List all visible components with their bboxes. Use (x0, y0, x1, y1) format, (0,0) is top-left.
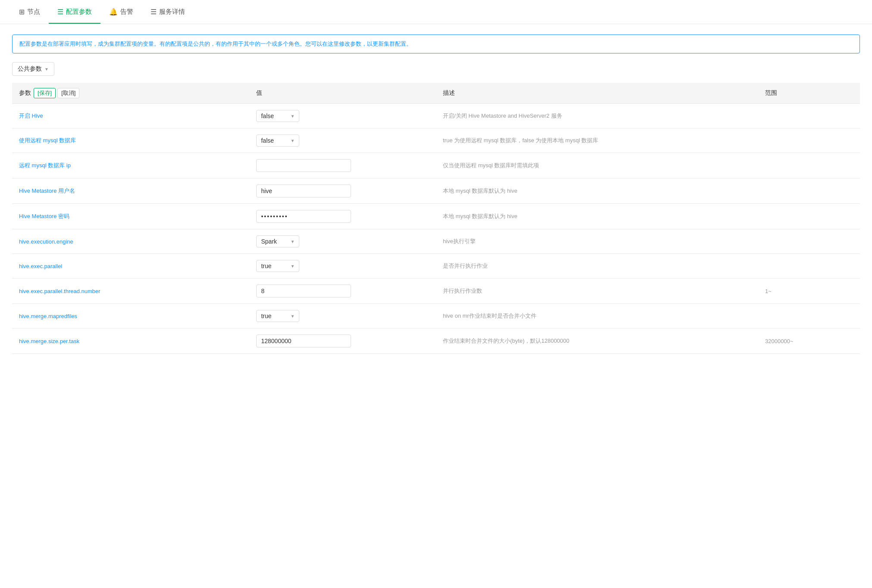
select-value: false (261, 113, 274, 119)
description-text: 是否并行执行作业 (443, 263, 488, 269)
range-text: 1~ (765, 288, 772, 294)
list-icon: ☰ (57, 8, 63, 16)
table-row: 远程 mysql 数据库 ip仅当使用远程 mysql 数据库时需填此项 (12, 153, 860, 178)
dropdown-label: 公共参数 (18, 65, 42, 73)
nav-alerts-label: 告警 (120, 8, 133, 16)
description-text: hive on mr作业结束时是否合并小文件 (443, 313, 536, 319)
table-row: Hive Metastore 密码本地 mysql 数据库默认为 hive (12, 204, 860, 229)
param-name: Hive Metastore 用户名 (19, 188, 75, 194)
info-box: 配置参数是在部署应用时填写，成为集群配置项的变量。有的配置项是公共的，有的作用于… (12, 34, 860, 53)
description-text: 并行执行作业数 (443, 288, 482, 294)
param-name: 使用远程 mysql 数据库 (19, 137, 76, 144)
th-description: 描述 (436, 83, 758, 104)
table-row: 开启 Hive false ▼ 开启/关闭 Hive Metastore and… (12, 104, 860, 128)
nav-alerts[interactable]: 🔔 告警 (100, 0, 142, 24)
grid-icon: ⊞ (19, 8, 25, 16)
param-name: hive.merge.mapredfiles (19, 313, 77, 319)
text-input[interactable] (256, 185, 351, 197)
chevron-down-icon: ▼ (291, 264, 295, 269)
select-control[interactable]: true ▼ (256, 310, 299, 322)
th-value: 值 (249, 83, 436, 104)
table-row: 使用远程 mysql 数据库 false ▼ true 为使用远程 mysql … (12, 128, 860, 153)
select-value: true (261, 263, 271, 269)
chevron-down-icon: ▼ (291, 138, 295, 143)
chevron-down-icon: ▼ (291, 239, 295, 244)
public-params-dropdown[interactable]: 公共参数 ▼ (12, 62, 54, 76)
table-row: hive.merge.size.per.task作业结束时合并文件的大小(byt… (12, 328, 860, 354)
select-control[interactable]: false ▼ (256, 134, 299, 147)
select-value: false (261, 137, 274, 144)
nav-config-label: 配置参数 (66, 8, 92, 16)
nav-nodes[interactable]: ⊞ 节点 (10, 0, 49, 24)
select-control[interactable]: Spark ▼ (256, 235, 299, 247)
text-input[interactable] (256, 285, 351, 297)
table-row: hive.exec.parallel.thread.number并行执行作业数1… (12, 278, 860, 304)
param-name: hive.execution.engine (19, 238, 73, 245)
th-range: 范围 (758, 83, 860, 104)
table-row: hive.execution.engine Spark ▼ hive执行引擎 (12, 229, 860, 254)
description-text: 本地 mysql 数据库默认为 hive (443, 188, 518, 194)
nav-service[interactable]: ☰ 服务详情 (142, 0, 194, 24)
description-text: 开启/关闭 Hive Metastore and HiveServer2 服务 (443, 113, 562, 119)
description-text: true 为使用远程 mysql 数据库，false 为使用本地 mysql 数… (443, 137, 598, 144)
text-input[interactable] (256, 335, 351, 347)
select-value: Spark (261, 238, 277, 245)
select-control[interactable]: false ▼ (256, 110, 299, 122)
main-content: 配置参数是在部署应用时填写，成为集群配置项的变量。有的配置项是公共的，有的作用于… (0, 24, 872, 364)
password-input[interactable] (256, 210, 351, 223)
detail-icon: ☰ (151, 8, 157, 16)
save-button[interactable]: [保存] (34, 88, 56, 98)
chevron-down-icon: ▼ (291, 114, 295, 119)
param-name: hive.exec.parallel (19, 263, 62, 269)
text-input[interactable] (256, 159, 351, 172)
cancel-button[interactable]: [取消] (57, 88, 79, 98)
top-navigation: ⊞ 节点 ☰ 配置参数 🔔 告警 ☰ 服务详情 (0, 0, 872, 24)
param-name: Hive Metastore 密码 (19, 213, 69, 219)
table-row: hive.exec.parallel true ▼ 是否并行执行作业 (12, 254, 860, 278)
param-name: 开启 Hive (19, 113, 43, 119)
chevron-down-icon: ▼ (44, 67, 49, 72)
th-param-label: 参数 (19, 89, 31, 97)
info-text: 配置参数是在部署应用时填写，成为集群配置项的变量。有的配置项是公共的，有的作用于… (19, 41, 412, 47)
nav-nodes-label: 节点 (27, 8, 40, 16)
description-text: hive执行引擎 (443, 238, 476, 244)
header-actions: 参数 [保存] [取消] (19, 88, 242, 98)
table-row: Hive Metastore 用户名本地 mysql 数据库默认为 hive (12, 178, 860, 204)
param-name: hive.exec.parallel.thread.number (19, 288, 100, 294)
description-text: 作业结束时合并文件的大小(byte)，默认128000000 (443, 338, 569, 344)
description-text: 本地 mysql 数据库默认为 hive (443, 213, 518, 219)
table-header-row: 参数 [保存] [取消] 值 描述 范围 (12, 83, 860, 104)
bell-icon: 🔔 (109, 8, 118, 16)
nav-config[interactable]: ☰ 配置参数 (49, 0, 100, 24)
param-name: 远程 mysql 数据库 ip (19, 162, 71, 169)
chevron-down-icon: ▼ (291, 314, 295, 319)
param-name: hive.merge.size.per.task (19, 338, 79, 344)
select-value: true (261, 313, 271, 319)
table-row: hive.merge.mapredfiles true ▼ hive on mr… (12, 304, 860, 328)
description-text: 仅当使用远程 mysql 数据库时需填此项 (443, 162, 539, 169)
select-control[interactable]: true ▼ (256, 260, 299, 272)
range-text: 32000000~ (765, 338, 793, 344)
nav-service-label: 服务详情 (159, 8, 185, 16)
params-table: 参数 [保存] [取消] 值 描述 范围 开启 Hive false ▼ 开启/… (12, 83, 860, 354)
th-param: 参数 [保存] [取消] (12, 83, 249, 104)
